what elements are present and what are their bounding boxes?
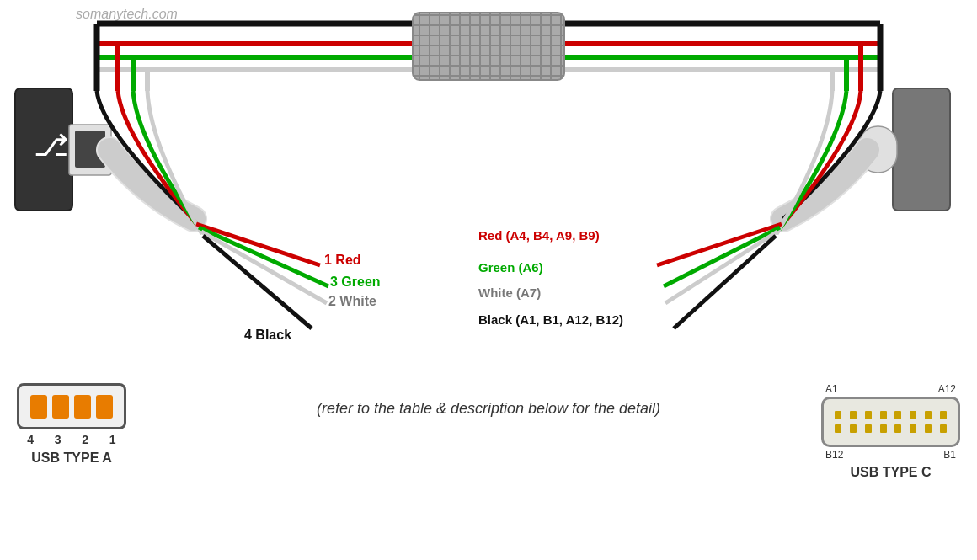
svg-text:⎇: ⎇ bbox=[34, 128, 68, 163]
usb-c-pin-bot-2 bbox=[850, 424, 857, 433]
usb-c-pin-top-6 bbox=[910, 411, 916, 419]
svg-line-20 bbox=[203, 236, 312, 328]
usb-c-pin-bot-7 bbox=[925, 424, 932, 433]
svg-text:4 Black: 4 Black bbox=[244, 328, 291, 342]
usb-c-pin-bot-8 bbox=[940, 424, 947, 433]
usb-c-pin-diagram bbox=[821, 397, 960, 447]
usb-c-pin-bot-5 bbox=[894, 424, 901, 433]
wiring-diagram: ⎇ bbox=[0, 0, 977, 375]
usb-c-label: USB TYPE C bbox=[850, 465, 931, 480]
svg-text:Black      (A1, B1, A12, B12): Black (A1, B1, A12, B12) bbox=[478, 312, 623, 327]
usb-c-b12-label: B12 bbox=[825, 449, 843, 461]
usb-c-pin-top-7 bbox=[925, 411, 932, 419]
usb-a-bottom-diagram: 4 3 2 1 USB TYPE A bbox=[17, 383, 126, 466]
svg-line-19 bbox=[201, 232, 327, 303]
usb-c-pin-bot-4 bbox=[880, 424, 887, 433]
usb-c-a1-label: A1 bbox=[825, 383, 838, 395]
usb-a-pin-diagram bbox=[17, 383, 126, 429]
usb-c-bottom-pins bbox=[824, 422, 958, 435]
usb-a-pin-2 bbox=[74, 395, 91, 419]
svg-text:Red (A4, B4, A9, B9): Red (A4, B4, A9, B9) bbox=[478, 228, 600, 243]
main-canvas: somanytech.com ⎇ bbox=[0, 0, 977, 560]
usb-c-a12-label: A12 bbox=[938, 383, 956, 395]
usb-c-pin-top-2 bbox=[850, 411, 857, 419]
pin-label-4: 4 bbox=[27, 433, 34, 446]
usb-c-top-pins bbox=[824, 408, 958, 422]
usb-a-pin-1 bbox=[96, 395, 113, 419]
usb-c-pin-top-5 bbox=[894, 411, 901, 419]
svg-text:Green         (A6): Green (A6) bbox=[478, 260, 543, 275]
usb-c-pin-top-1 bbox=[835, 411, 841, 419]
svg-text:1 Red: 1 Red bbox=[324, 253, 361, 267]
usb-a-pin-labels: 4 3 2 1 bbox=[17, 433, 126, 446]
svg-text:3 Green: 3 Green bbox=[330, 275, 381, 289]
svg-rect-5 bbox=[413, 13, 564, 80]
usb-a-label: USB TYPE A bbox=[31, 451, 111, 466]
pin-label-2: 2 bbox=[82, 433, 88, 446]
pin-label-3: 3 bbox=[55, 433, 61, 446]
usb-c-pin-top-4 bbox=[880, 411, 887, 419]
svg-line-30 bbox=[674, 236, 776, 328]
usb-c-pin-bot-1 bbox=[835, 424, 841, 433]
svg-line-18 bbox=[199, 227, 328, 286]
usb-c-top-labels: A1 A12 bbox=[821, 383, 960, 395]
usb-c-pin-bot-3 bbox=[865, 424, 872, 433]
center-description: (refer to the table & description below … bbox=[185, 400, 792, 418]
svg-text:2 White: 2 White bbox=[328, 294, 376, 308]
usb-c-bottom-labels: B12 B1 bbox=[821, 449, 960, 461]
usb-c-bottom-diagram: A1 A12 bbox=[821, 383, 960, 480]
svg-rect-21 bbox=[893, 88, 950, 211]
usb-a-pin-4 bbox=[30, 395, 47, 419]
usb-c-pin-top-8 bbox=[940, 411, 947, 419]
usb-c-b1-label: B1 bbox=[943, 449, 956, 461]
svg-text:White           (A7): White (A7) bbox=[478, 285, 541, 300]
usb-a-pin-3 bbox=[52, 395, 69, 419]
usb-c-pin-bot-6 bbox=[910, 424, 916, 433]
pin-label-1: 1 bbox=[109, 433, 116, 446]
usb-c-pin-top-3 bbox=[865, 411, 872, 419]
